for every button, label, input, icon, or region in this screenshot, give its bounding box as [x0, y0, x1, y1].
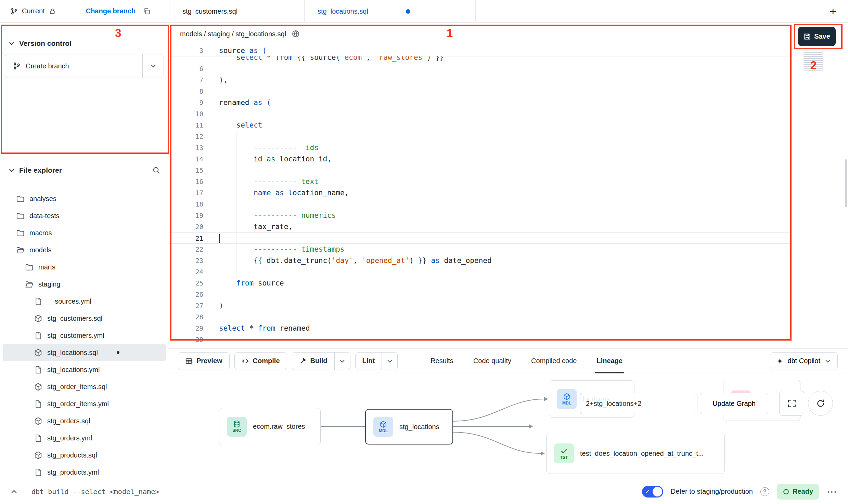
code-line-29[interactable]: 29select * from renamed — [169, 323, 791, 334]
compile-button[interactable]: Compile — [234, 352, 287, 370]
code-line-11[interactable]: 11 select — [169, 120, 791, 131]
file-item-stg_locations.yml[interactable]: stg_locations.yml — [3, 361, 166, 378]
lint-button[interactable]: Lint — [355, 352, 382, 370]
code-line-18[interactable]: 18 — [169, 199, 791, 210]
file-icon — [34, 400, 43, 408]
file-list: analysesdata-testsmacrosmodelsmartsstagi… — [0, 190, 169, 479]
lineage-node-source[interactable]: SRC ecom.raw_stores — [219, 408, 321, 445]
create-branch-button[interactable]: Create branch — [5, 54, 142, 78]
topbar: Current Change branch stg_customers.sql … — [0, 0, 848, 23]
sticky-code-line: 3 source as ( — [169, 45, 791, 56]
current-branch-control[interactable]: Current — [10, 7, 56, 15]
tab-code-quality[interactable]: Code quality — [473, 348, 511, 373]
editor-tabs: stg_customers.sql stg_locations.sql — [169, 0, 476, 23]
build-dropdown[interactable] — [335, 352, 350, 370]
node-label: stg_locations — [399, 423, 439, 431]
code-line-28[interactable]: 28 — [169, 311, 791, 323]
action-bar: Preview Compile Build — [169, 348, 848, 373]
lineage-node-stg-locations[interactable]: MDL stg_locations — [365, 409, 453, 445]
code-line-24[interactable]: 24 — [169, 266, 791, 278]
file-item-marts[interactable]: marts — [3, 258, 166, 276]
version-control-header[interactable]: Version control — [0, 23, 169, 54]
lineage-selector-input[interactable]: 2+stg_locations+2 — [580, 393, 697, 414]
file-item-models[interactable]: models — [3, 241, 166, 258]
file-item-macros[interactable]: macros — [3, 224, 166, 241]
file-icon — [34, 468, 43, 477]
source-node-icon: SRC — [227, 417, 247, 437]
scrollbar-thumb[interactable] — [845, 159, 847, 207]
lint-dropdown[interactable] — [382, 352, 398, 370]
file-item-stg_orders.yml[interactable]: stg_orders.yml — [3, 429, 166, 447]
fullscreen-button[interactable] — [779, 391, 804, 416]
search-icon[interactable] — [152, 166, 160, 174]
preview-button[interactable]: Preview — [178, 352, 230, 370]
code-line-15[interactable]: 15 — [169, 165, 791, 176]
create-branch-dropdown[interactable] — [142, 54, 164, 78]
help-icon[interactable]: ? — [760, 487, 769, 496]
branch-icon — [13, 62, 21, 70]
code-line-26[interactable]: 26 — [169, 289, 791, 300]
more-options-button[interactable]: ⋯ — [827, 488, 838, 495]
code-line-27[interactable]: 27) — [169, 300, 791, 311]
code-line-22[interactable]: 22 ---------- timestamps — [169, 244, 791, 255]
file-item-stg_products.yml[interactable]: stg_products.yml — [3, 464, 166, 479]
refresh-button[interactable] — [808, 391, 833, 416]
code-line-10[interactable]: 10 — [169, 108, 791, 120]
chevron-down-icon — [8, 167, 15, 174]
code-line-7[interactable]: 7), — [169, 75, 791, 86]
file-label: analyses — [29, 195, 56, 203]
file-explorer-header[interactable]: File explorer — [0, 160, 169, 181]
code-line-16[interactable]: 16 ---------- text — [169, 176, 791, 187]
file-item-stg_orders.sql[interactable]: stg_orders.sql — [3, 412, 166, 429]
lineage-node-test[interactable]: TST test_does_location_opened_at_trunc_t… — [546, 433, 725, 474]
code-line-25[interactable]: 25 from source — [169, 278, 791, 289]
lineage-canvas[interactable]: SRC ecom.raw_stores MDL stg_locations MD… — [169, 373, 848, 479]
code-editor[interactable]: 3 source as ( select * from {{ source('e… — [169, 45, 791, 348]
change-branch-link[interactable]: Change branch — [86, 7, 136, 15]
dbt-copilot-button[interactable]: dbt Copilot — [770, 352, 838, 370]
defer-toggle[interactable]: ✓ — [642, 486, 663, 498]
file-item-stg_order_items.yml[interactable]: stg_order_items.yml — [3, 395, 166, 412]
code-line-13[interactable]: 13 ---------- ids — [169, 142, 791, 154]
code-line-19[interactable]: 19 ---------- numerics — [169, 210, 791, 221]
code-line-8[interactable]: 8 — [169, 86, 791, 97]
update-graph-button[interactable]: Update Graph — [700, 393, 768, 414]
copy-icon[interactable] — [143, 8, 151, 15]
tab-stg-locations-sql[interactable]: stg_locations.sql — [305, 0, 476, 23]
save-button[interactable]: Save — [798, 27, 836, 46]
file-item-__sources.yml[interactable]: __sources.yml — [3, 293, 166, 310]
tab-compiled-code[interactable]: Compiled code — [531, 348, 577, 373]
create-branch-label: Create branch — [26, 62, 69, 70]
file-item-stg_customers.sql[interactable]: stg_customers.sql — [3, 310, 166, 327]
code-line-6[interactable]: 6 — [169, 63, 791, 75]
code-line-23[interactable]: 23 {{ dbt.date_trunc('day', 'opened_at')… — [169, 255, 791, 266]
chevron-down-icon — [824, 358, 831, 364]
tab-lineage[interactable]: Lineage — [596, 348, 622, 373]
file-item-stg_products.sql[interactable]: stg_products.sql — [3, 447, 166, 464]
code-line-20[interactable]: 20 tax_rate, — [169, 221, 791, 233]
minimap[interactable] — [804, 52, 828, 71]
build-button[interactable]: Build — [292, 352, 335, 370]
chevron-up-icon[interactable] — [10, 488, 18, 495]
code-line-30[interactable]: 30 — [169, 334, 791, 345]
save-label: Save — [814, 32, 830, 40]
file-label: stg_order_items.yml — [47, 400, 109, 408]
file-item-analyses[interactable]: analyses — [3, 190, 166, 207]
text-cursor — [219, 234, 220, 243]
model-icon — [34, 348, 43, 357]
file-item-stg_locations.sql[interactable]: stg_locations.sql — [3, 344, 166, 361]
new-tab-button[interactable]: + — [830, 5, 836, 17]
file-item-stg_customers.yml[interactable]: stg_customers.yml — [3, 327, 166, 344]
tab-stg-customers-sql[interactable]: stg_customers.sql — [169, 0, 305, 23]
file-item-staging[interactable]: staging — [3, 276, 166, 293]
code-line-9[interactable]: 9renamed as ( — [169, 97, 791, 108]
globe-icon[interactable] — [292, 30, 300, 38]
model-node-icon: MDL — [557, 389, 577, 409]
code-line-12[interactable]: 12 — [169, 131, 791, 142]
file-item-data-tests[interactable]: data-tests — [3, 207, 166, 224]
code-line-17[interactable]: 17 name as location_name, — [169, 187, 791, 199]
code-line-21[interactable]: 21 — [169, 233, 791, 244]
code-line-14[interactable]: 14 id as location_id, — [169, 154, 791, 165]
file-item-stg_order_items.sql[interactable]: stg_order_items.sql — [3, 378, 166, 395]
tab-results[interactable]: Results — [431, 348, 453, 373]
